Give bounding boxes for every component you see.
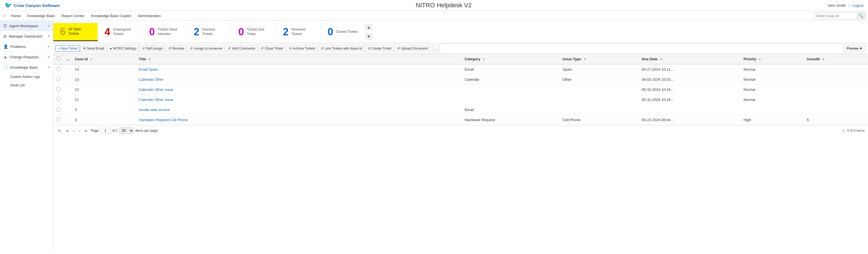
row-category	[462, 85, 560, 95]
nav-back-button[interactable]: ‹	[2, 12, 7, 19]
stat-number-closed: 0	[328, 26, 333, 38]
create-ticket-button[interactable]: ↺ Create Ticket	[365, 45, 394, 52]
nav-report-center[interactable]: Report Center	[59, 12, 88, 19]
resolve-icon: ↺	[168, 46, 171, 51]
stat-all-open[interactable]: 6 All Open Tickets	[53, 23, 98, 41]
archive-tickets-button[interactable]: ↺ Archive Tickets	[286, 45, 318, 52]
link-label: Link Tickets with Issue Id	[325, 46, 362, 51]
new-ticket-label: + New Ticket	[58, 46, 78, 51]
row-title[interactable]: Calendar Other Issue	[136, 95, 462, 105]
row-title[interactable]: Calendar Other Issue	[136, 85, 462, 95]
per-page-select[interactable]: 20 50 100	[119, 128, 134, 134]
stat-overdue[interactable]: 2 Overdue Tickets	[187, 23, 231, 41]
row-checkbox[interactable]	[53, 115, 63, 125]
row-selector	[63, 95, 72, 105]
row-title[interactable]: Email Spam	[136, 64, 462, 74]
send-email-label: Send Email	[87, 46, 104, 51]
close-ticket-button[interactable]: ↺ Close Ticket	[258, 45, 285, 52]
row-category	[462, 95, 560, 105]
add-comments-button[interactable]: ↺ Add Comments	[225, 45, 258, 52]
top-bar: 🐦 Crow Canyon Software NITRO Helpdesk V2…	[0, 0, 868, 11]
sidebar-item-change-requests[interactable]: ▲ Change Requests ▾	[0, 52, 53, 62]
next-page-button[interactable]: ›	[78, 128, 81, 133]
row-checkbox[interactable]	[53, 105, 63, 115]
nav-knowledge-base[interactable]: Knowledge Base	[25, 12, 58, 19]
col-header-issue-id[interactable]: IssueID ▼	[804, 54, 868, 64]
col-header-title[interactable]: Title ▼	[136, 54, 462, 64]
stat-label-closed: Closed Tickets	[336, 30, 358, 34]
select-all-checkbox[interactable]	[56, 56, 61, 61]
main-layout: ☰ Agent Workspace ▾ ⊞ Manager Dashboard …	[0, 21, 868, 250]
self-assign-button[interactable]: ↺ Self Assign	[140, 45, 165, 52]
sidebar-item-knowledge-base[interactable]: 📄 Knowledge Base ▾	[0, 62, 53, 73]
sidebar-item-agent-workspace[interactable]: ☰ Agent Workspace ▾	[0, 21, 53, 31]
stat-label-all-open: All Open Tickets	[68, 27, 91, 36]
stat-unassigned[interactable]: 4 Unassigned Tickets	[98, 23, 143, 41]
row-checkbox[interactable]	[53, 74, 63, 85]
table-row: 13 Calendar Other Calendar Other 06-02-2…	[53, 74, 868, 85]
scroll-down-arrow[interactable]: ▼	[365, 33, 372, 39]
col-header-checkbox	[53, 54, 63, 64]
resolve-button[interactable]: ↺ Resolve	[166, 45, 187, 52]
page-input[interactable]	[100, 128, 111, 133]
row-checkbox[interactable]	[53, 85, 63, 95]
row-title[interactable]: Hardware Request Cell Phone	[136, 115, 462, 125]
nav-knowledge-base-copilot[interactable]: Knowledge Base Copilot	[88, 12, 134, 19]
stat-due-today[interactable]: 0 Tickets Due Today	[231, 23, 276, 41]
table-row: 5 Invoke web service Email	[53, 105, 868, 115]
knowledge-base-chevron: ▾	[48, 66, 50, 69]
stat-need-attention[interactable]: 0 Tickets Need Attention	[143, 23, 187, 41]
send-email-icon: ✉	[83, 46, 86, 51]
row-issue-id: 6	[804, 115, 868, 125]
sidebar-item-manager-dashboard[interactable]: ⊞ Manager Dashboard ▾	[0, 31, 53, 41]
nav-administration[interactable]: Administration	[135, 12, 163, 19]
refresh-button[interactable]: ↻	[57, 128, 63, 133]
more-button[interactable]: ...	[432, 45, 440, 52]
case-id-input[interactable]	[814, 12, 856, 19]
change-requests-chevron: ▾	[48, 55, 50, 59]
row-title[interactable]: Calendar Other	[136, 74, 462, 85]
sidebar-item-problems[interactable]: 👤 Problems ▾	[0, 41, 53, 52]
prev-page-button[interactable]: ‹	[72, 128, 76, 133]
resolve-label: Resolve	[172, 46, 184, 51]
nav-home[interactable]: Home	[8, 12, 24, 19]
col-header-category[interactable]: Category ▼	[462, 54, 560, 64]
row-title[interactable]: Invoke web service	[136, 105, 462, 115]
col-header-selector[interactable]: ...	[63, 54, 72, 64]
knowledge-base-icon: 📄	[3, 65, 8, 69]
case-id-search-button[interactable]: 🔍	[856, 12, 866, 19]
preview-button[interactable]: Preview ▼	[843, 45, 866, 52]
row-case-id: 3	[72, 115, 136, 125]
col-header-case-id[interactable]: Case Id ▼	[72, 54, 136, 64]
nav-bar: ‹ Home Knowledge Base Report Center Know…	[0, 11, 868, 21]
first-page-button[interactable]: ⊲	[64, 128, 70, 133]
col-header-priority[interactable]: Priority ▼	[741, 54, 804, 64]
sidebar-item-asset-list[interactable]: Asset List	[0, 81, 53, 89]
stat-label-resolved: Resolved Tickets	[291, 28, 314, 36]
logo: 🐦 Crow Canyon Software	[4, 2, 60, 9]
change-requests-icon: ▲	[3, 55, 7, 59]
logout-link[interactable]: Logout	[852, 3, 864, 7]
row-category: Calendar	[462, 74, 560, 85]
sidebar-item-custom-action-logs[interactable]: Custom Action Logs	[0, 73, 53, 81]
new-ticket-button[interactable]: + New Ticket	[56, 45, 80, 52]
stat-closed[interactable]: 0 Closed Tickets	[321, 23, 365, 41]
send-email-button[interactable]: ✉ Send Email	[81, 45, 106, 52]
last-page-button[interactable]: ⊳	[83, 128, 89, 133]
scroll-up-arrow[interactable]: ▲	[365, 24, 372, 30]
col-header-due-date[interactable]: Due Date ▼	[639, 54, 741, 64]
create-ticket-label: Create Ticket	[371, 46, 392, 51]
row-checkbox[interactable]	[53, 64, 63, 74]
stat-resolved[interactable]: 2 Resolved Tickets	[276, 23, 321, 41]
upload-document-button[interactable]: ↺ Upload Document	[395, 45, 430, 52]
row-checkbox[interactable]	[53, 95, 63, 105]
row-priority: High	[741, 115, 804, 125]
row-issue-id	[804, 95, 868, 105]
row-due-date: 05-31-2024 10:18...	[639, 95, 741, 105]
sort-due-date-icon: ▼	[660, 58, 662, 61]
sort-category-icon: ▼	[483, 58, 485, 61]
nitro-settings-button[interactable]: ● NITRO Settings	[107, 45, 139, 52]
link-tickets-button[interactable]: ↺ Link Tickets with Issue Id	[318, 45, 365, 52]
col-header-issue-type[interactable]: Issue Type ▼	[560, 54, 639, 64]
assign-to-someone-button[interactable]: ↺ Assign to someone	[187, 45, 225, 52]
